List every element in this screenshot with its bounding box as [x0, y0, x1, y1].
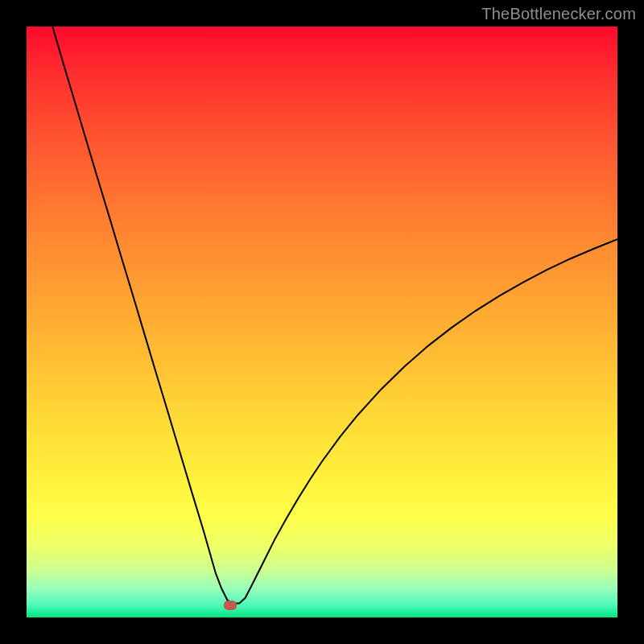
plot-area: [27, 27, 617, 617]
curve-layer: [27, 27, 617, 617]
optimal-point-marker: [224, 601, 237, 610]
watermark-text: TheBottlenecker.com: [481, 5, 636, 23]
bottleneck-curve: [52, 27, 617, 603]
chart-frame: TheBottlenecker.com: [0, 0, 644, 644]
